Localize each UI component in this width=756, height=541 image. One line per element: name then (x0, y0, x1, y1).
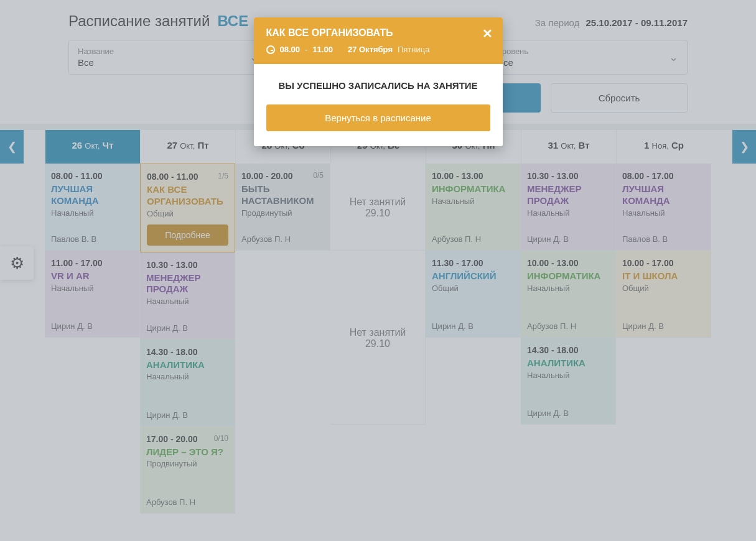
modal-weekday: Пятница (398, 45, 429, 54)
success-modal: КАК ВСЕ ОРГАНИЗОВАТЬ ✕ 08.00 - 11.00 27 … (254, 17, 503, 146)
modal-message: ВЫ УСПЕШНО ЗАПИСАЛИСЬ НА ЗАНЯТИЕ (266, 80, 490, 91)
modal-time-to: 11.00 (312, 45, 333, 54)
modal-time-from: 08.00 (280, 45, 301, 54)
return-button[interactable]: Вернуться в расписание (266, 104, 490, 131)
close-button[interactable]: ✕ (482, 26, 493, 41)
modal-date: 27 Октября (348, 45, 393, 54)
close-icon: ✕ (482, 27, 493, 40)
modal-header: КАК ВСЕ ОРГАНИЗОВАТЬ ✕ 08.00 - 11.00 27 … (254, 17, 503, 64)
modal-time-sep: - (305, 45, 307, 54)
modal-title: КАК ВСЕ ОРГАНИЗОВАТЬ (266, 27, 490, 39)
clock-icon (266, 45, 275, 54)
